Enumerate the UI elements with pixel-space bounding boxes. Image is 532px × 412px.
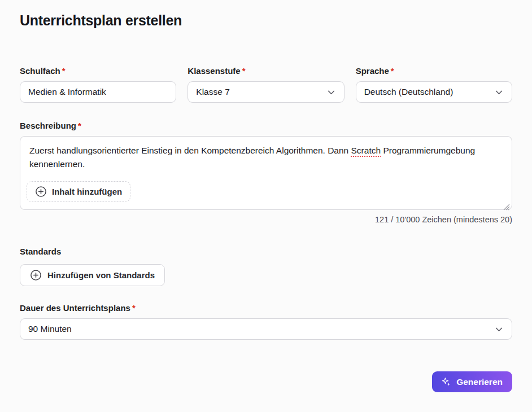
top-fields-row: Schulfach* Medien & Informatik Klassenst… xyxy=(20,66,512,103)
description-text-before: Zuerst handlungsorientierter Einstieg in… xyxy=(29,146,351,155)
grade-label-text: Klassenstufe xyxy=(187,66,240,76)
required-asterisk: * xyxy=(391,66,394,76)
grade-select[interactable]: Klasse 7 xyxy=(187,81,344,103)
subject-field-group: Schulfach* Medien & Informatik xyxy=(20,66,176,103)
language-select-value: Deutsch (Deutschland) xyxy=(364,87,453,97)
description-section: Beschreibung* Zuerst handlungsorientiert… xyxy=(20,121,512,224)
plus-circle-icon xyxy=(30,269,42,281)
chevron-down-icon xyxy=(326,87,336,97)
subject-label-text: Schulfach xyxy=(20,66,60,76)
generate-button[interactable]: Generieren xyxy=(432,371,512,392)
standards-label: Standards xyxy=(20,247,512,256)
language-select[interactable]: Deutsch (Deutschland) xyxy=(356,81,512,103)
duration-select-value: 90 Minuten xyxy=(28,324,72,334)
generate-button-label: Generieren xyxy=(456,377,503,387)
language-label-text: Sprache xyxy=(356,66,389,76)
description-textarea[interactable]: Zuerst handlungsorientierter Einstieg in… xyxy=(20,136,512,210)
footer-actions: Generieren xyxy=(20,371,512,392)
duration-select[interactable]: 90 Minuten xyxy=(20,318,512,340)
add-standards-button[interactable]: Hinzufügen von Standards xyxy=(20,264,165,286)
subject-input[interactable]: Medien & Informatik xyxy=(20,81,176,103)
misspelled-word: Scratch xyxy=(351,146,381,155)
grade-field-group: Klassenstufe* Klasse 7 xyxy=(187,66,344,103)
language-field-group: Sprache* Deutsch (Deutschland) xyxy=(356,66,512,103)
page-title: Unterrichtsplan erstellen xyxy=(20,12,512,29)
resize-handle[interactable] xyxy=(503,201,510,208)
chevron-down-icon xyxy=(494,325,504,334)
subject-input-value: Medien & Informatik xyxy=(28,87,106,97)
sparkles-icon xyxy=(442,377,451,387)
required-asterisk: * xyxy=(78,121,81,130)
chevron-down-icon xyxy=(494,87,504,97)
grade-select-value: Klasse 7 xyxy=(196,87,229,97)
grade-label: Klassenstufe* xyxy=(187,66,344,76)
plus-circle-icon xyxy=(35,186,47,198)
lesson-plan-form: Unterrichtsplan erstellen Schulfach* Med… xyxy=(0,0,532,412)
language-label: Sprache* xyxy=(356,66,512,76)
add-content-button[interactable]: Inhalt hinzufügen xyxy=(27,181,130,202)
subject-label: Schulfach* xyxy=(20,66,176,76)
required-asterisk: * xyxy=(132,303,136,313)
standards-section: Standards Hinzufügen von Standards xyxy=(20,247,512,286)
add-content-button-label: Inhalt hinzufügen xyxy=(52,187,122,196)
add-standards-button-label: Hinzufügen von Standards xyxy=(47,270,155,280)
description-label: Beschreibung* xyxy=(20,121,512,130)
description-label-text: Beschreibung xyxy=(20,121,76,130)
required-asterisk: * xyxy=(62,66,66,76)
required-asterisk: * xyxy=(242,66,246,76)
duration-label: Dauer des Unterrichtsplans* xyxy=(20,303,512,313)
duration-section: Dauer des Unterrichtsplans* 90 Minuten xyxy=(20,303,512,340)
description-text: Zuerst handlungsorientierter Einstieg in… xyxy=(29,144,503,171)
duration-label-text: Dauer des Unterrichtsplans xyxy=(20,303,130,313)
char-count: 121 / 10'000 Zeichen (mindestens 20) xyxy=(20,215,512,224)
